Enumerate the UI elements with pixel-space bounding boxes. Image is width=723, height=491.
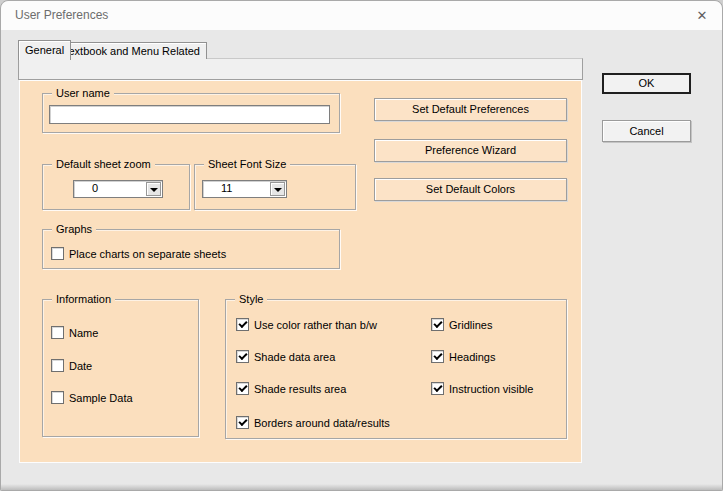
tab-general-label: General	[25, 44, 64, 56]
font-size-group: Sheet Font Size 11	[194, 164, 356, 210]
set-default-colors-label: Set Default Colors	[426, 183, 515, 195]
checkbox-label: Place charts on separate sheets	[69, 247, 226, 261]
set-default-colors-button[interactable]: Set Default Colors	[374, 178, 567, 201]
style-group-label: Style	[235, 293, 267, 306]
checkbox-label: Headings	[449, 350, 495, 364]
ok-button-label: OK	[639, 77, 655, 89]
user-name-group-label: User name	[52, 87, 114, 100]
checkbox-box	[431, 318, 444, 331]
chevron-down-icon	[150, 188, 158, 192]
information-group-label: Information	[52, 293, 115, 306]
checkbox-box	[51, 359, 64, 372]
checkbox-label: Sample Data	[69, 391, 133, 405]
cancel-button[interactable]: Cancel	[602, 120, 691, 142]
set-default-preferences-button[interactable]: Set Default Preferences	[374, 98, 567, 121]
user-name-group: User name	[42, 93, 340, 133]
font-size-value: 11	[221, 181, 232, 196]
checkbox-label: Name	[69, 326, 98, 340]
sheet-zoom-value: 0	[92, 181, 98, 196]
cancel-button-label: Cancel	[629, 125, 663, 137]
checkbox-box	[236, 350, 249, 363]
user-name-input[interactable]	[49, 105, 330, 124]
checkbox-box	[51, 247, 64, 260]
tab-textbook-label: Textbook and Menu Related	[63, 45, 200, 57]
close-icon[interactable]: ✕	[690, 5, 714, 27]
graphs-group: Graphs Place charts on separate sheets	[42, 229, 340, 269]
checkbox-box	[236, 416, 249, 429]
tab-general[interactable]: General	[18, 40, 71, 60]
sheet-zoom-group-label: Default sheet zoom	[52, 158, 155, 171]
checkbox-label: Use color rather than b/w	[254, 318, 377, 332]
checkbox-box	[431, 350, 444, 363]
checkbox-label: Shade results area	[254, 382, 346, 396]
sheet-zoom-group: Default sheet zoom 0	[42, 164, 190, 210]
tab-textbook-and-menu-related[interactable]: Textbook and Menu Related	[56, 42, 207, 59]
chevron-down-icon	[274, 188, 282, 192]
sheet-zoom-dropdown-button[interactable]	[146, 182, 161, 196]
checkbox-box	[236, 382, 249, 395]
preference-wizard-label: Preference Wizard	[425, 144, 516, 156]
style-group: Style Use color rather than b/w Shade da…	[225, 299, 567, 439]
user-preferences-dialog: User Preferences ✕ General Textbook and …	[0, 0, 723, 491]
tab-page-strip	[18, 58, 583, 80]
ok-button[interactable]: OK	[602, 73, 691, 94]
sheet-zoom-select[interactable]: 0	[73, 180, 163, 198]
graphs-group-label: Graphs	[52, 223, 96, 236]
preferences-panel: User name Set Default Preferences Prefer…	[19, 80, 582, 463]
title-bar: User Preferences ✕	[1, 1, 722, 30]
font-size-group-label: Sheet Font Size	[204, 158, 290, 171]
font-size-select[interactable]: 11	[202, 180, 287, 198]
set-default-preferences-label: Set Default Preferences	[412, 103, 529, 115]
checkbox-box	[236, 318, 249, 331]
information-group: Information Name Date Sample Data	[42, 299, 199, 437]
font-size-dropdown-button[interactable]	[270, 182, 285, 196]
checkbox-label: Gridlines	[449, 318, 492, 332]
checkbox-label: Instruction visible	[449, 382, 533, 396]
window-bottom-edge	[1, 484, 722, 490]
checkbox-box	[51, 326, 64, 339]
checkbox-label: Date	[69, 359, 92, 373]
checkbox-box	[431, 382, 444, 395]
checkbox-label: Borders around data/results	[254, 416, 390, 430]
checkbox-box	[51, 391, 64, 404]
preference-wizard-button[interactable]: Preference Wizard	[374, 139, 567, 162]
checkbox-label: Shade data area	[254, 350, 335, 364]
window-title: User Preferences	[15, 1, 108, 30]
